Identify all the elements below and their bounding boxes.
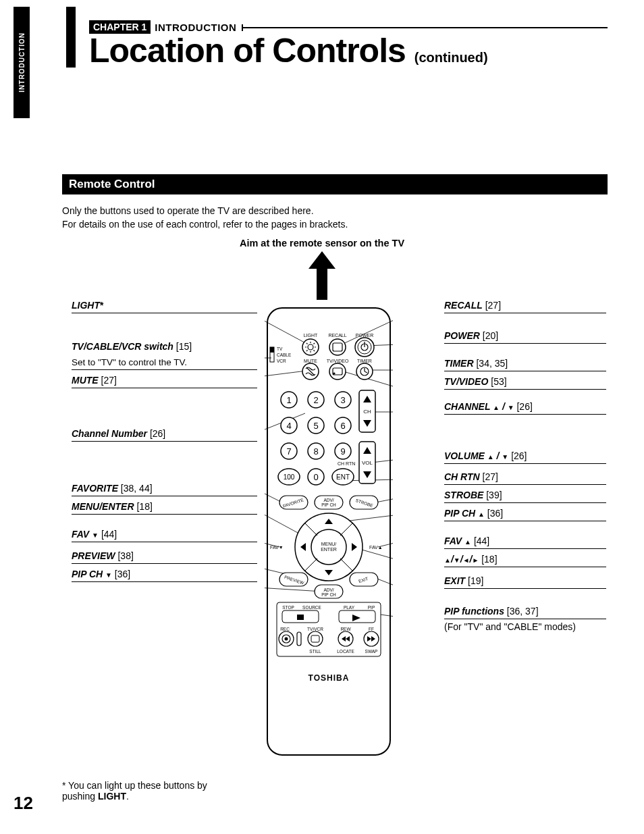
callout-pip-functions: PIP functions [36, 37] <box>444 603 606 619</box>
triangle-down-icon <box>508 401 514 412</box>
svg-text:REW: REW <box>340 627 351 631</box>
triangle-up-icon <box>487 450 494 461</box>
callout-switch-desc: Set to "TV" to control the TV. <box>72 354 257 370</box>
aim-caption: Aim at the remote sensor on the TV <box>0 238 644 249</box>
callout-fav-down: FAV [44] <box>72 526 257 542</box>
side-tab-introduction: INTRODUCTION <box>14 7 30 118</box>
callouts-right: RECALL [27] POWER [20] TIMER [34, 35] TV… <box>444 297 606 632</box>
svg-text:PIP CH: PIP CH <box>321 592 336 597</box>
triangle-down-icon <box>454 554 460 565</box>
footnote-text-2: . <box>126 791 129 802</box>
remote-diagram: LIGHT* TV/CABLE/VCR switch [15] Set to "… <box>62 297 608 756</box>
page-header: CHAPTER 1 INTRODUCTION Location of Contr… <box>89 20 608 70</box>
svg-text:PIP: PIP <box>368 605 375 610</box>
svg-text:9: 9 <box>340 446 345 457</box>
svg-text:3: 3 <box>340 395 345 405</box>
svg-text:PIP CH: PIP CH <box>321 502 336 507</box>
svg-rect-135 <box>297 632 301 646</box>
svg-point-33 <box>329 339 346 355</box>
callout-pipch-down: PIP CH [36] <box>72 566 257 582</box>
svg-text:ADV/: ADV/ <box>323 588 333 592</box>
svg-point-32 <box>302 339 319 355</box>
callouts-left: LIGHT* TV/CABLE/VCR switch [15] Set to "… <box>72 297 257 584</box>
chapter-line <box>243 27 608 28</box>
svg-text:100: 100 <box>284 473 295 481</box>
svg-text:ENT: ENT <box>336 473 350 481</box>
svg-text:STILL: STILL <box>309 649 321 654</box>
intro-line-1: Only the buttons used to operate the TV … <box>62 204 608 217</box>
svg-text:REC: REC <box>280 627 290 631</box>
page-title: Location of Controls (continued) <box>89 31 608 70</box>
svg-point-52 <box>329 363 346 380</box>
svg-text:CH: CH <box>363 409 371 415</box>
svg-rect-127 <box>297 615 304 620</box>
footnote-star: * <box>62 780 65 791</box>
svg-marker-0 <box>308 251 336 300</box>
callout-exit: EXIT [19] <box>444 573 606 589</box>
svg-text:8: 8 <box>313 446 318 457</box>
svg-text:MENU/: MENU/ <box>321 542 337 546</box>
callout-power: POWER [20] <box>444 328 606 344</box>
svg-text:LIGHT: LIGHT <box>304 333 318 338</box>
svg-text:FAV▼: FAV▼ <box>270 545 284 550</box>
callout-preview: PREVIEW [38] <box>72 548 257 564</box>
callout-light: LIGHT* <box>72 297 257 313</box>
callout-channel-updown: CHANNEL / [26] <box>444 398 606 415</box>
svg-text:TV/VCR: TV/VCR <box>307 627 323 631</box>
svg-text:7: 7 <box>286 446 291 457</box>
callout-pip-desc: (For "TV" and "CABLE" modes) <box>444 621 606 632</box>
svg-text:TIMER: TIMER <box>357 359 372 363</box>
svg-text:0: 0 <box>313 472 318 482</box>
svg-point-55 <box>333 373 335 374</box>
footnote-light: LIGHT <box>98 791 126 802</box>
triangle-up-icon <box>444 554 451 565</box>
svg-text:VCR: VCR <box>277 359 286 363</box>
intro-text: Only the buttons used to operate the TV … <box>62 204 608 232</box>
callout-chrtn: CH RTN [27] <box>444 469 606 485</box>
svg-text:6: 6 <box>340 421 345 431</box>
svg-text:TV/VIDEO: TV/VIDEO <box>327 359 349 363</box>
svg-text:SWAP: SWAP <box>365 649 378 654</box>
callout-mute: MUTE [27] <box>72 372 257 388</box>
svg-text:FF: FF <box>369 627 374 631</box>
svg-text:ENTER: ENTER <box>321 547 337 552</box>
title-main: Location of Controls <box>89 32 406 70</box>
callout-tvvideo: TV/VIDEO [53] <box>444 373 606 390</box>
callout-pipch-up: PIP CH [36] <box>444 505 606 521</box>
side-tab-label: INTRODUCTION <box>18 32 26 93</box>
svg-text:RECALL: RECALL <box>328 333 346 338</box>
svg-point-136 <box>308 631 323 646</box>
callout-volume-updown: VOLUME / [26] <box>444 448 606 464</box>
svg-text:POWER: POWER <box>356 333 373 338</box>
callout-menu-enter: MENU/ENTER [18] <box>72 498 257 515</box>
triangle-left-icon <box>463 554 470 565</box>
callout-fav-up: FAV [44] <box>444 533 606 549</box>
triangle-down-icon <box>92 529 99 540</box>
svg-text:VOL: VOL <box>362 460 373 466</box>
svg-text:1: 1 <box>286 395 291 405</box>
footnote-text-1: You can light up these buttons by pushin… <box>62 780 207 802</box>
svg-text:MUTE: MUTE <box>304 359 317 363</box>
callout-channel-number: Channel Number [26] <box>72 425 257 442</box>
svg-text:CABLE: CABLE <box>277 353 292 357</box>
svg-text:5: 5 <box>313 421 318 431</box>
title-continued: (continued) <box>414 50 488 65</box>
footnote: * You can light up these buttons by push… <box>62 780 238 802</box>
svg-point-139 <box>285 637 288 641</box>
svg-text:2: 2 <box>313 395 318 405</box>
triangle-up-icon <box>478 508 485 519</box>
svg-text:4: 4 <box>286 421 291 431</box>
svg-text:LOCATE: LOCATE <box>337 649 354 654</box>
callout-switch: TV/CABLE/VCR switch [15] <box>72 338 257 352</box>
intro-line-2: For details on the use of each control, … <box>62 217 608 231</box>
triangle-right-icon <box>472 554 479 565</box>
svg-text:TV: TV <box>277 346 283 351</box>
triangle-down-icon <box>105 569 112 579</box>
callout-dpad: /// [18] <box>444 551 606 567</box>
svg-text:FAV▲: FAV▲ <box>369 545 383 550</box>
callout-recall: RECALL [27] <box>444 297 606 313</box>
svg-text:TOSHIBA: TOSHIBA <box>308 673 350 683</box>
svg-text:CH RTN: CH RTN <box>338 461 355 466</box>
triangle-down-icon <box>502 450 508 461</box>
svg-text:STOP: STOP <box>282 605 294 610</box>
